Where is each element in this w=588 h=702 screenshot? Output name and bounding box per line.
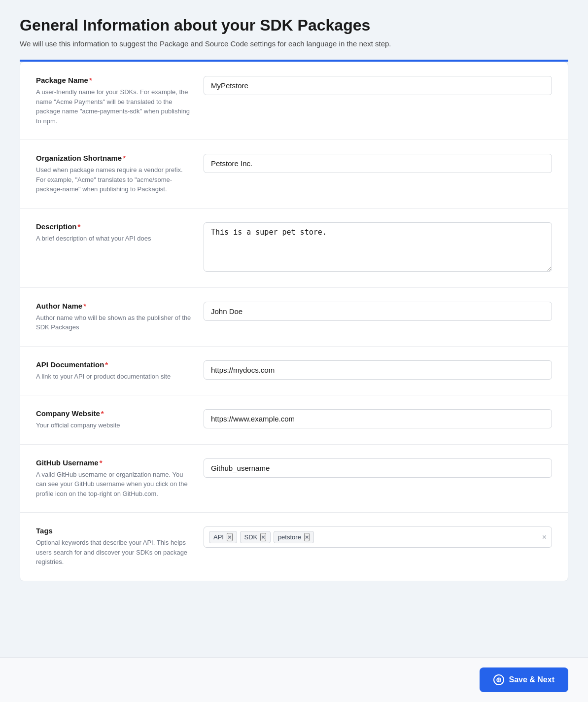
tag-item-sdk: SDK × xyxy=(240,531,271,543)
tag-item-petstore: petstore × xyxy=(274,531,314,543)
field-input-section-org-shortname xyxy=(204,154,552,173)
field-label-author-name: Author Name* xyxy=(36,302,192,310)
field-description-api-docs: A link to your API or product documentat… xyxy=(36,372,192,382)
field-label-company-website: Company Website* xyxy=(36,409,192,418)
form-row-company-website: Company Website* Your official company w… xyxy=(20,395,568,445)
required-star-desc: * xyxy=(78,222,81,231)
form-row-description: Description* A brief description of what… xyxy=(20,209,568,288)
page-wrapper: General Information about your SDK Packa… xyxy=(0,0,588,702)
field-input-section-company-website xyxy=(204,409,552,428)
company-website-input[interactable] xyxy=(204,409,552,428)
field-input-section-package-name xyxy=(204,76,552,95)
field-input-section-author-name xyxy=(204,302,552,321)
field-input-section-tags: API × SDK × petstore × × xyxy=(204,526,552,548)
tag-item-api: API × xyxy=(209,531,237,543)
description-textarea[interactable] xyxy=(204,222,552,272)
field-label-section-api-docs: API Documentation* A link to your API or… xyxy=(36,360,204,382)
form-row-package-name: Package Name* A user-friendly name for y… xyxy=(20,62,568,140)
field-label-section-description: Description* A brief description of what… xyxy=(36,222,204,244)
field-label-section-github-username: GitHub Username* A valid GitHub username… xyxy=(36,458,204,499)
field-input-section-description xyxy=(204,222,552,274)
github-username-input[interactable] xyxy=(204,458,552,478)
footer-bar: ⊕ Save & Next xyxy=(0,657,588,702)
form-row-api-docs: API Documentation* A link to your API or… xyxy=(20,347,568,396)
field-label-github-username: GitHub Username* xyxy=(36,458,192,467)
tag-label-petstore: petstore xyxy=(278,533,301,541)
required-star-company: * xyxy=(101,409,104,418)
tag-remove-api[interactable]: × xyxy=(227,533,233,541)
field-label-section-org-shortname: Organization Shortname* Used when packag… xyxy=(36,154,204,194)
author-name-input[interactable] xyxy=(204,302,552,321)
field-description-github-username: A valid GitHub username or organization … xyxy=(36,470,192,499)
field-description-company-website: Your official company website xyxy=(36,421,192,430)
form-row-author-name: Author Name* Author name who will be sho… xyxy=(20,288,568,347)
required-star-github: * xyxy=(100,458,103,467)
field-input-section-api-docs xyxy=(204,360,552,380)
field-description-tags: Optional keywords that describe your API… xyxy=(36,538,192,567)
tag-remove-petstore[interactable]: × xyxy=(304,533,310,541)
org-shortname-input[interactable] xyxy=(204,154,552,173)
field-label-package-name: Package Name* xyxy=(36,76,192,84)
page-title: General Information about your SDK Packa… xyxy=(20,16,568,35)
field-label-api-docs: API Documentation* xyxy=(36,360,192,369)
save-next-icon: ⊕ xyxy=(493,674,504,685)
field-label-section-package-name: Package Name* A user-friendly name for y… xyxy=(36,76,204,126)
field-label-section-author-name: Author Name* Author name who will be sho… xyxy=(36,302,204,332)
field-label-section-tags: Tags Optional keywords that describe you… xyxy=(36,526,204,567)
required-star: * xyxy=(89,76,92,84)
main-content: General Information about your SDK Packa… xyxy=(0,0,588,657)
tag-remove-sdk[interactable]: × xyxy=(260,533,266,541)
required-star-org: * xyxy=(123,154,126,162)
field-input-section-github-username xyxy=(204,458,552,478)
package-name-input[interactable] xyxy=(204,76,552,95)
field-label-org-shortname: Organization Shortname* xyxy=(36,154,192,162)
tag-label-api: API xyxy=(213,533,224,541)
tag-label-sdk: SDK xyxy=(244,533,258,541)
tags-clear-button[interactable]: × xyxy=(542,533,547,542)
required-star-author: * xyxy=(83,302,86,310)
field-label-section-company-website: Company Website* Your official company w… xyxy=(36,409,204,430)
field-description-author-name: Author name who will be shown as the pub… xyxy=(36,313,192,332)
form-row-github-username: GitHub Username* A valid GitHub username… xyxy=(20,445,568,513)
api-docs-input[interactable] xyxy=(204,360,552,380)
required-star-api: * xyxy=(105,360,108,369)
page-subtitle: We will use this information to suggest … xyxy=(20,39,568,48)
form-row-org-shortname: Organization Shortname* Used when packag… xyxy=(20,140,568,209)
tags-container[interactable]: API × SDK × petstore × × xyxy=(204,526,552,548)
save-next-button[interactable]: ⊕ Save & Next xyxy=(480,667,569,692)
field-description-description: A brief description of what your API doe… xyxy=(36,234,192,244)
form-card: Package Name* A user-friendly name for y… xyxy=(20,62,568,581)
field-label-description: Description* xyxy=(36,222,192,231)
field-description-package-name: A user-friendly name for your SDKs. For … xyxy=(36,87,192,126)
save-next-label: Save & Next xyxy=(509,675,555,684)
field-label-tags: Tags xyxy=(36,526,192,535)
form-row-tags: Tags Optional keywords that describe you… xyxy=(20,513,568,581)
field-description-org-shortname: Used when package names require a vendor… xyxy=(36,165,192,194)
